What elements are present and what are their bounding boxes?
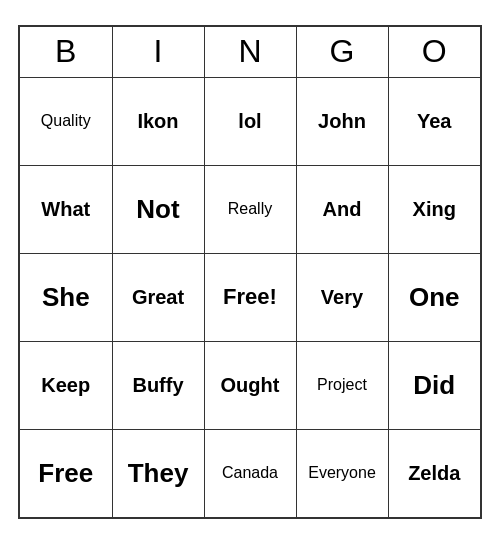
cell-text: Everyone xyxy=(308,464,376,481)
cell-text: Ought xyxy=(221,374,280,396)
cell-text: Quality xyxy=(41,112,91,129)
cell-text: Ikon xyxy=(137,110,178,132)
table-row: WhatNotReallyAndXing xyxy=(20,165,480,253)
bingo-cell-4-2: Canada xyxy=(204,429,296,517)
bingo-cell-1-0: What xyxy=(20,165,112,253)
cell-text: Canada xyxy=(222,464,278,481)
bingo-cell-2-0: She xyxy=(20,253,112,341)
bingo-cell-3-0: Keep xyxy=(20,341,112,429)
bingo-cell-2-4: One xyxy=(388,253,480,341)
cell-text: Keep xyxy=(41,374,90,396)
cell-text: Great xyxy=(132,286,184,308)
bingo-cell-1-1: Not xyxy=(112,165,204,253)
cell-text: She xyxy=(42,282,90,312)
bingo-cell-3-2: Ought xyxy=(204,341,296,429)
cell-text: John xyxy=(318,110,366,132)
cell-text: What xyxy=(41,198,90,220)
cell-text: And xyxy=(323,198,362,220)
bingo-cell-1-4: Xing xyxy=(388,165,480,253)
table-row: QualityIkonlolJohnYea xyxy=(20,77,480,165)
cell-text: Yea xyxy=(417,110,451,132)
bingo-cell-4-1: They xyxy=(112,429,204,517)
table-row: KeepBuffyOughtProjectDid xyxy=(20,341,480,429)
header-letter-n: N xyxy=(204,27,296,77)
cell-text: Very xyxy=(321,286,363,308)
bingo-card: BINGO QualityIkonlolJohnYeaWhatNotReally… xyxy=(18,25,482,519)
cell-text: Really xyxy=(228,200,272,217)
bingo-cell-2-3: Very xyxy=(296,253,388,341)
bingo-cell-0-1: Ikon xyxy=(112,77,204,165)
bingo-cell-0-4: Yea xyxy=(388,77,480,165)
header-row: BINGO xyxy=(20,27,480,77)
bingo-cell-2-1: Great xyxy=(112,253,204,341)
cell-text: One xyxy=(409,282,460,312)
cell-text: lol xyxy=(238,110,261,132)
bingo-cell-3-1: Buffy xyxy=(112,341,204,429)
bingo-cell-4-0: Free xyxy=(20,429,112,517)
cell-text: Zelda xyxy=(408,462,460,484)
bingo-cell-0-3: John xyxy=(296,77,388,165)
bingo-cell-4-3: Everyone xyxy=(296,429,388,517)
cell-text: Not xyxy=(136,194,179,224)
header-letter-g: G xyxy=(296,27,388,77)
cell-text: Buffy xyxy=(132,374,183,396)
cell-text: Did xyxy=(413,370,455,400)
header-letter-o: O xyxy=(388,27,480,77)
bingo-cell-3-4: Did xyxy=(388,341,480,429)
bingo-cell-1-3: And xyxy=(296,165,388,253)
bingo-cell-0-0: Quality xyxy=(20,77,112,165)
bingo-cell-1-2: Really xyxy=(204,165,296,253)
header-letter-b: B xyxy=(20,27,112,77)
table-row: SheGreatFree!VeryOne xyxy=(20,253,480,341)
cell-text: Free xyxy=(38,458,93,488)
bingo-cell-3-3: Project xyxy=(296,341,388,429)
header-letter-i: I xyxy=(112,27,204,77)
cell-text: Free! xyxy=(223,284,277,309)
cell-text: Xing xyxy=(413,198,456,220)
cell-text: Project xyxy=(317,376,367,393)
bingo-cell-2-2: Free! xyxy=(204,253,296,341)
bingo-cell-0-2: lol xyxy=(204,77,296,165)
table-row: FreeTheyCanadaEveryoneZelda xyxy=(20,429,480,517)
bingo-cell-4-4: Zelda xyxy=(388,429,480,517)
bingo-table: BINGO QualityIkonlolJohnYeaWhatNotReally… xyxy=(20,27,480,517)
cell-text: They xyxy=(128,458,189,488)
